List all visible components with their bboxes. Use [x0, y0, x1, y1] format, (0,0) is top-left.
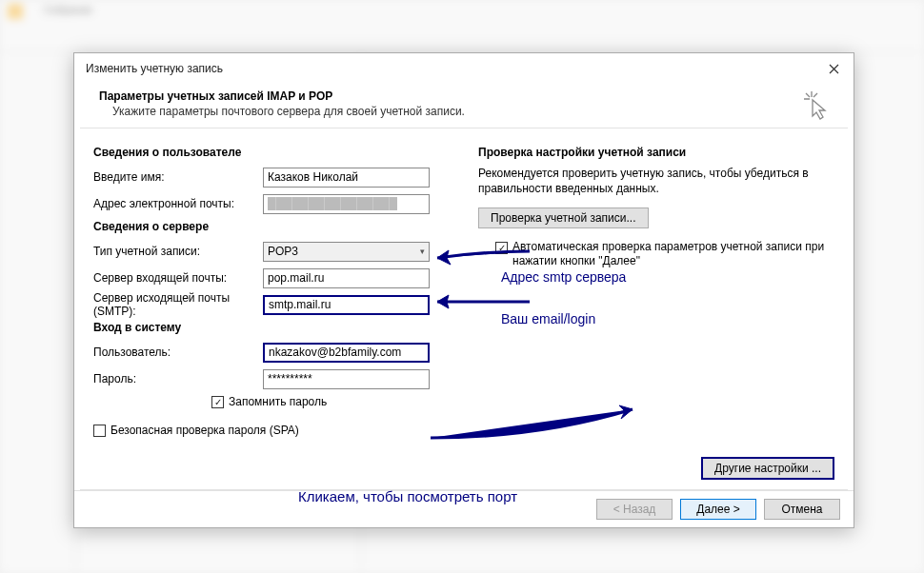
header-subtitle: Укажите параметры почтового сервера для …	[99, 105, 829, 118]
incoming-server-label: Сервер входящей почты:	[93, 271, 263, 285]
dialog-titlebar: Изменить учетную запись	[74, 53, 854, 84]
cancel-button[interactable]: Отмена	[764, 499, 840, 520]
incoming-server-input[interactable]	[263, 268, 430, 288]
chevron-down-icon: ▾	[420, 247, 425, 256]
remember-password-label: Запомнить пароль	[229, 395, 327, 408]
account-type-label: Тип учетной записи:	[93, 245, 263, 258]
section-test: Проверка настройки учетной записи	[478, 146, 834, 159]
arrow-annotation-icon	[430, 290, 534, 313]
outgoing-server-label: Сервер исходящей почты (SMTP):	[93, 291, 263, 318]
dialog-header: Параметры учетных записей IMAP и POP Ука…	[74, 84, 854, 128]
autocheck-label: Автоматическая проверка параметров учетн…	[512, 240, 834, 268]
dialog-content: Сведения о пользователе Введите имя: Адр…	[74, 128, 854, 489]
close-button[interactable]	[814, 53, 854, 84]
back-button[interactable]: < Назад	[596, 499, 673, 520]
spa-label: Безопасная проверка пароля (SPA)	[110, 424, 299, 437]
more-settings-button[interactable]: Другие настройки ...	[701, 457, 834, 480]
outgoing-server-input[interactable]	[263, 295, 430, 315]
spa-checkbox[interactable]	[93, 425, 106, 437]
password-label: Пароль:	[93, 372, 263, 385]
next-button[interactable]: Далее >	[680, 499, 756, 520]
account-settings-dialog: Изменить учетную запись Параметры учетны…	[73, 52, 854, 528]
left-column: Сведения о пользователе Введите имя: Адр…	[93, 142, 450, 484]
dialog-footer: Кликаем, чтобы посмотреть порт < Назад Д…	[74, 490, 854, 527]
name-label: Введите имя:	[93, 170, 263, 184]
test-account-button[interactable]: Проверка учетной записи...	[478, 207, 649, 228]
email-label: Адрес электронной почты:	[93, 197, 263, 210]
account-type-select: POP3 ▾	[263, 242, 430, 262]
arrow-annotation-icon	[430, 245, 534, 267]
username-input[interactable]	[263, 343, 430, 363]
remember-password-checkbox[interactable]	[211, 396, 224, 408]
arrow-annotation-icon	[425, 400, 644, 447]
password-input[interactable]	[263, 369, 430, 389]
test-description: Рекомендуется проверить учетную запись, …	[478, 167, 834, 196]
dialog-title: Изменить учетную запись	[86, 62, 223, 75]
section-user-info: Сведения о пользователе	[93, 146, 450, 159]
header-title: Параметры учетных записей IMAP и POP	[99, 89, 829, 103]
section-server-info: Сведения о сервере	[93, 220, 450, 233]
section-login: Вход в систему	[93, 321, 450, 334]
annotation-port: Кликаем, чтобы посмотреть порт	[298, 488, 517, 504]
wizard-cursor-icon	[802, 89, 829, 122]
name-input[interactable]	[263, 168, 430, 188]
email-input[interactable]	[263, 194, 430, 214]
username-label: Пользователь:	[93, 346, 263, 359]
